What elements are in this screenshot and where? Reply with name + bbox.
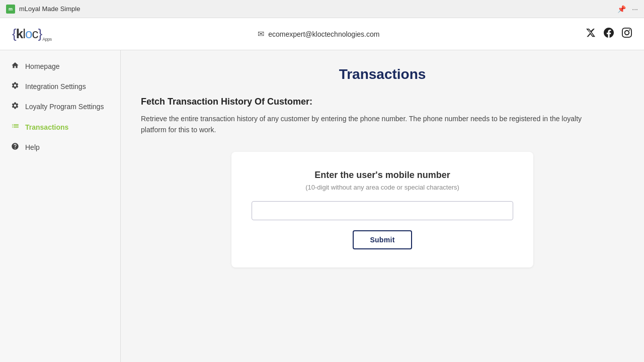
- card-title: Enter the user's mobile number: [252, 170, 513, 180]
- sidebar-item-help[interactable]: Help: [0, 137, 120, 157]
- home-icon: [10, 61, 20, 71]
- submit-button[interactable]: Submit: [353, 230, 412, 249]
- logo: {kloc}Apps: [12, 26, 52, 42]
- pin-icon[interactable]: 📌: [617, 5, 626, 13]
- browser-bar-right: 📌 ···: [617, 5, 638, 13]
- email-icon: ✉: [258, 29, 264, 39]
- more-icon[interactable]: ···: [632, 5, 638, 13]
- sidebar-item-transactions[interactable]: Transactions: [0, 117, 120, 137]
- sidebar-item-integration-settings[interactable]: Integration Settings: [0, 76, 120, 97]
- sidebar-item-loyalty-program-settings[interactable]: Loyalty Program Settings: [0, 97, 120, 117]
- submit-btn-container: Submit: [252, 230, 513, 249]
- sidebar-label-transactions: Transactions: [25, 123, 68, 131]
- phone-number-input[interactable]: [252, 201, 513, 220]
- sidebar-label-homepage: Homepage: [25, 62, 60, 70]
- app-header: {kloc}Apps ✉ ecomexpert@kloctechnologies…: [0, 18, 644, 50]
- logo-text: {kloc}Apps: [12, 26, 52, 42]
- main-content: Transactions Fetch Transaction History O…: [121, 50, 644, 362]
- card-subtitle: (10-digit without any area code or speci…: [252, 184, 513, 191]
- gear-icon-loyalty: [10, 102, 20, 112]
- sidebar: Homepage Integration Settings Loyalty Pr…: [0, 50, 121, 362]
- sidebar-label-help: Help: [25, 143, 40, 151]
- mobile-number-card: Enter the user's mobile number (10-digit…: [231, 152, 533, 267]
- sidebar-label-loyalty-program-settings: Loyalty Program Settings: [25, 103, 104, 111]
- header-email-section: ✉ ecomexpert@kloctechnologies.com: [258, 29, 379, 39]
- transactions-icon: [10, 122, 20, 132]
- page-title: Transactions: [141, 66, 624, 82]
- gear-icon-integration: [10, 81, 20, 92]
- sidebar-label-integration-settings: Integration Settings: [25, 82, 86, 90]
- main-layout: Homepage Integration Settings Loyalty Pr…: [0, 50, 644, 362]
- section-description: Retrieve the entire transaction history …: [141, 113, 594, 136]
- social-links: [586, 28, 632, 40]
- header-email: ecomexpert@kloctechnologies.com: [268, 30, 379, 38]
- section-title: Fetch Transaction History Of Customer:: [141, 97, 624, 107]
- browser-tab-title: mLoyal Made Simple: [19, 5, 80, 13]
- browser-tab: m mLoyal Made Simple: [6, 5, 80, 14]
- help-icon: [10, 142, 20, 152]
- instagram-icon[interactable]: [622, 28, 632, 40]
- sidebar-item-homepage[interactable]: Homepage: [0, 56, 120, 76]
- browser-bar: m mLoyal Made Simple 📌 ···: [0, 0, 644, 18]
- twitter-icon[interactable]: [586, 28, 596, 40]
- facebook-icon[interactable]: [604, 28, 614, 40]
- browser-tab-icon: m: [6, 5, 15, 14]
